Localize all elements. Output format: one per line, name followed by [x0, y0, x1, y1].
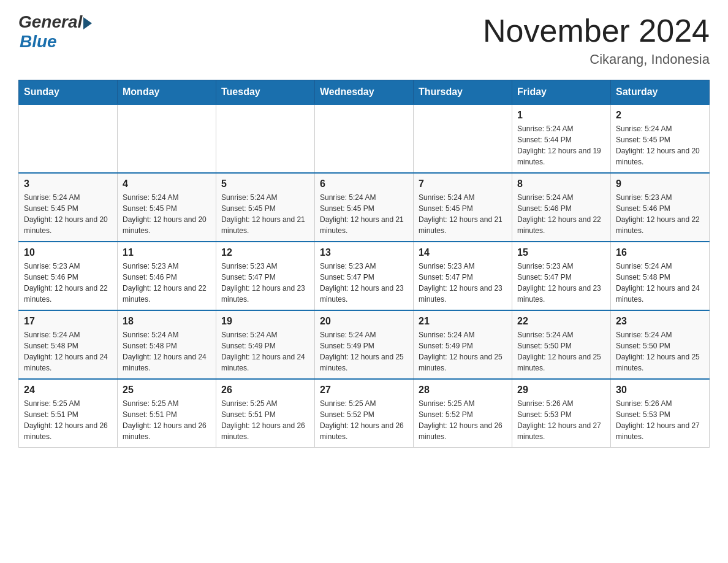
- calendar-cell: 17Sunrise: 5:24 AMSunset: 5:48 PMDayligh…: [19, 310, 118, 379]
- day-info: Sunrise: 5:24 AMSunset: 5:45 PMDaylight:…: [616, 123, 704, 167]
- day-info: Sunrise: 5:23 AMSunset: 5:46 PMDaylight:…: [616, 192, 704, 236]
- day-info: Sunrise: 5:25 AMSunset: 5:51 PMDaylight:…: [24, 398, 112, 442]
- day-header-friday: Friday: [512, 80, 611, 105]
- calendar-cell: [315, 104, 414, 173]
- day-info: Sunrise: 5:23 AMSunset: 5:47 PMDaylight:…: [320, 261, 408, 305]
- calendar-cell: 7Sunrise: 5:24 AMSunset: 5:45 PMDaylight…: [414, 173, 512, 242]
- day-number: 2: [616, 110, 704, 121]
- day-info: Sunrise: 5:23 AMSunset: 5:47 PMDaylight:…: [221, 261, 309, 305]
- day-info: Sunrise: 5:24 AMSunset: 5:49 PMDaylight:…: [221, 329, 309, 373]
- day-info: Sunrise: 5:24 AMSunset: 5:45 PMDaylight:…: [221, 192, 309, 236]
- day-header-thursday: Thursday: [414, 80, 512, 105]
- day-info: Sunrise: 5:23 AMSunset: 5:47 PMDaylight:…: [419, 261, 507, 305]
- calendar-cell: 24Sunrise: 5:25 AMSunset: 5:51 PMDayligh…: [19, 379, 118, 448]
- day-number: 13: [320, 247, 408, 258]
- calendar-cell: 12Sunrise: 5:23 AMSunset: 5:47 PMDayligh…: [216, 242, 315, 310]
- day-number: 3: [24, 178, 112, 190]
- calendar-cell: [414, 104, 512, 173]
- day-header-monday: Monday: [118, 80, 216, 105]
- day-info: Sunrise: 5:25 AMSunset: 5:51 PMDaylight:…: [123, 398, 211, 442]
- day-number: 5: [221, 178, 309, 190]
- day-number: 16: [616, 247, 704, 258]
- day-number: 6: [320, 178, 408, 190]
- calendar-table: SundayMondayTuesdayWednesdayThursdayFrid…: [18, 80, 710, 448]
- header-row: SundayMondayTuesdayWednesdayThursdayFrid…: [19, 80, 710, 105]
- day-number: 17: [24, 316, 112, 327]
- day-header-tuesday: Tuesday: [216, 80, 315, 105]
- day-number: 21: [419, 316, 507, 327]
- calendar-cell: 13Sunrise: 5:23 AMSunset: 5:47 PMDayligh…: [315, 242, 414, 310]
- day-info: Sunrise: 5:24 AMSunset: 5:45 PMDaylight:…: [24, 192, 112, 236]
- month-title: November 2024: [483, 12, 710, 49]
- calendar-cell: 3Sunrise: 5:24 AMSunset: 5:45 PMDaylight…: [19, 173, 118, 242]
- calendar-cell: 16Sunrise: 5:24 AMSunset: 5:48 PMDayligh…: [611, 242, 710, 310]
- calendar-cell: [19, 104, 118, 173]
- calendar-cell: 9Sunrise: 5:23 AMSunset: 5:46 PMDaylight…: [611, 173, 710, 242]
- calendar-cell: 6Sunrise: 5:24 AMSunset: 5:45 PMDaylight…: [315, 173, 414, 242]
- calendar-cell: 20Sunrise: 5:24 AMSunset: 5:49 PMDayligh…: [315, 310, 414, 379]
- day-number: 26: [221, 385, 309, 396]
- day-info: Sunrise: 5:24 AMSunset: 5:44 PMDaylight:…: [517, 123, 605, 167]
- calendar-cell: 23Sunrise: 5:24 AMSunset: 5:50 PMDayligh…: [611, 310, 710, 379]
- calendar-cell: 10Sunrise: 5:23 AMSunset: 5:46 PMDayligh…: [19, 242, 118, 310]
- calendar-cell: 1Sunrise: 5:24 AMSunset: 5:44 PMDaylight…: [512, 104, 611, 173]
- calendar-cell: 27Sunrise: 5:25 AMSunset: 5:52 PMDayligh…: [315, 379, 414, 448]
- calendar-cell: [118, 104, 216, 173]
- day-number: 10: [24, 247, 112, 258]
- calendar-cell: 5Sunrise: 5:24 AMSunset: 5:45 PMDaylight…: [216, 173, 315, 242]
- day-info: Sunrise: 5:23 AMSunset: 5:46 PMDaylight:…: [24, 261, 112, 305]
- calendar-cell: 18Sunrise: 5:24 AMSunset: 5:48 PMDayligh…: [118, 310, 216, 379]
- calendar-cell: 26Sunrise: 5:25 AMSunset: 5:51 PMDayligh…: [216, 379, 315, 448]
- location: Cikarang, Indonesia: [483, 52, 710, 67]
- day-info: Sunrise: 5:24 AMSunset: 5:45 PMDaylight:…: [419, 192, 507, 236]
- day-info: Sunrise: 5:25 AMSunset: 5:51 PMDaylight:…: [221, 398, 309, 442]
- day-number: 15: [517, 247, 605, 258]
- day-number: 22: [517, 316, 605, 327]
- day-info: Sunrise: 5:24 AMSunset: 5:48 PMDaylight:…: [616, 261, 704, 305]
- day-number: 25: [123, 385, 211, 396]
- day-info: Sunrise: 5:24 AMSunset: 5:49 PMDaylight:…: [419, 329, 507, 373]
- day-number: 20: [320, 316, 408, 327]
- week-row-2: 3Sunrise: 5:24 AMSunset: 5:45 PMDaylight…: [19, 173, 710, 242]
- day-number: 24: [24, 385, 112, 396]
- calendar-cell: 15Sunrise: 5:23 AMSunset: 5:47 PMDayligh…: [512, 242, 611, 310]
- day-info: Sunrise: 5:24 AMSunset: 5:49 PMDaylight:…: [320, 329, 408, 373]
- logo-blue-text: Blue: [20, 32, 57, 52]
- week-row-1: 1Sunrise: 5:24 AMSunset: 5:44 PMDaylight…: [19, 104, 710, 173]
- day-info: Sunrise: 5:23 AMSunset: 5:47 PMDaylight:…: [517, 261, 605, 305]
- logo-arrow-icon: [83, 17, 92, 29]
- calendar-cell: 4Sunrise: 5:24 AMSunset: 5:45 PMDaylight…: [118, 173, 216, 242]
- title-section: November 2024 Cikarang, Indonesia: [483, 12, 710, 67]
- day-info: Sunrise: 5:26 AMSunset: 5:53 PMDaylight:…: [616, 398, 704, 442]
- calendar-cell: 30Sunrise: 5:26 AMSunset: 5:53 PMDayligh…: [611, 379, 710, 448]
- header: General Blue November 2024 Cikarang, Ind…: [18, 12, 710, 67]
- day-header-wednesday: Wednesday: [315, 80, 414, 105]
- day-number: 11: [123, 247, 211, 258]
- day-info: Sunrise: 5:24 AMSunset: 5:48 PMDaylight:…: [123, 329, 211, 373]
- day-header-sunday: Sunday: [19, 80, 118, 105]
- day-number: 27: [320, 385, 408, 396]
- logo: General Blue: [18, 12, 92, 52]
- calendar-cell: 14Sunrise: 5:23 AMSunset: 5:47 PMDayligh…: [414, 242, 512, 310]
- calendar-cell: 29Sunrise: 5:26 AMSunset: 5:53 PMDayligh…: [512, 379, 611, 448]
- calendar-cell: 21Sunrise: 5:24 AMSunset: 5:49 PMDayligh…: [414, 310, 512, 379]
- week-row-4: 17Sunrise: 5:24 AMSunset: 5:48 PMDayligh…: [19, 310, 710, 379]
- calendar-cell: 19Sunrise: 5:24 AMSunset: 5:49 PMDayligh…: [216, 310, 315, 379]
- calendar-cell: 2Sunrise: 5:24 AMSunset: 5:45 PMDaylight…: [611, 104, 710, 173]
- day-header-saturday: Saturday: [611, 80, 710, 105]
- calendar-cell: 8Sunrise: 5:24 AMSunset: 5:46 PMDaylight…: [512, 173, 611, 242]
- day-info: Sunrise: 5:25 AMSunset: 5:52 PMDaylight:…: [320, 398, 408, 442]
- day-info: Sunrise: 5:24 AMSunset: 5:46 PMDaylight:…: [517, 192, 605, 236]
- day-number: 4: [123, 178, 211, 190]
- day-number: 12: [221, 247, 309, 258]
- week-row-3: 10Sunrise: 5:23 AMSunset: 5:46 PMDayligh…: [19, 242, 710, 310]
- day-number: 29: [517, 385, 605, 396]
- day-info: Sunrise: 5:24 AMSunset: 5:50 PMDaylight:…: [517, 329, 605, 373]
- calendar-cell: 22Sunrise: 5:24 AMSunset: 5:50 PMDayligh…: [512, 310, 611, 379]
- day-info: Sunrise: 5:23 AMSunset: 5:46 PMDaylight:…: [123, 261, 211, 305]
- week-row-5: 24Sunrise: 5:25 AMSunset: 5:51 PMDayligh…: [19, 379, 710, 448]
- day-number: 9: [616, 178, 704, 190]
- day-info: Sunrise: 5:24 AMSunset: 5:45 PMDaylight:…: [320, 192, 408, 236]
- day-number: 14: [419, 247, 507, 258]
- calendar-cell: 11Sunrise: 5:23 AMSunset: 5:46 PMDayligh…: [118, 242, 216, 310]
